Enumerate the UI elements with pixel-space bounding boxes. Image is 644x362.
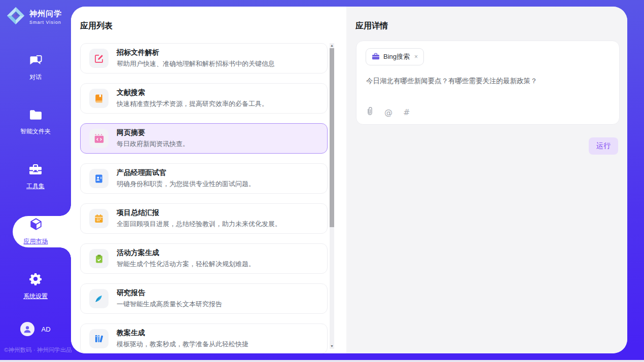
brand-name: 神州问学 bbox=[29, 9, 62, 19]
app-list: 招标文件解析帮助用户快速、准确地理解和解析招标书中的关键信息文献搜索快速精准查找… bbox=[80, 43, 328, 353]
app-card-description: 帮助用户快速、准确地理解和解析招标书中的关键信息 bbox=[117, 59, 275, 68]
app-card-6[interactable]: 研究报告一键智能生成高质量长文本研究报告 bbox=[80, 283, 328, 314]
sidebar-item-label: 智能文件夹 bbox=[20, 127, 51, 136]
close-icon[interactable]: × bbox=[414, 53, 418, 60]
brand-subtitle: Smart Vision bbox=[29, 20, 62, 25]
copyright-text: ©神州数码 · 神州问学出品 bbox=[0, 346, 71, 354]
app-card-description: 快速精准查找学术资源，提高研究效率的必备工具。 bbox=[117, 99, 268, 108]
app-card-name: 教案生成 bbox=[117, 329, 248, 338]
interviewer-icon bbox=[89, 169, 109, 188]
app-card-description: 每日政府新闻资讯快查。 bbox=[117, 139, 189, 149]
run-button[interactable]: 运行 bbox=[589, 137, 618, 155]
app-card-description: 一键智能生成高质量长文本研究报告 bbox=[117, 300, 222, 309]
books-icon bbox=[89, 329, 109, 348]
toolbox-icon bbox=[28, 163, 43, 177]
calendar-icon bbox=[89, 209, 109, 228]
app-list-title: 应用列表 bbox=[80, 21, 113, 31]
app-card-7[interactable]: 教案生成模板驱动，教案秒成，教学准备从此轻松快捷 bbox=[80, 323, 328, 353]
sidebar-nav: 对话智能文件夹工具集应用市场系统设置 bbox=[0, 52, 71, 325]
sidebar-item-2-toolbox[interactable]: 工具集 bbox=[0, 161, 71, 193]
chat-icon bbox=[29, 54, 43, 68]
sidebar-item-label: 应用市场 bbox=[24, 237, 48, 246]
at-icon[interactable]: @ bbox=[384, 107, 392, 117]
sidebar-item-1-folder[interactable]: 智能文件夹 bbox=[0, 106, 71, 138]
user-initials: AD bbox=[41, 325, 50, 333]
user-icon bbox=[23, 324, 32, 334]
user-row[interactable]: AD bbox=[0, 322, 71, 336]
app-card-name: 活动方案生成 bbox=[117, 248, 255, 258]
clipboard-check-icon bbox=[89, 249, 109, 268]
briefcase-icon bbox=[372, 53, 380, 61]
tool-tag-bing-search[interactable]: Bing搜索 × bbox=[366, 48, 424, 65]
scrollbar-thumb[interactable] bbox=[330, 48, 334, 227]
composer-toolbar: @ # bbox=[366, 106, 410, 118]
paperclip-icon[interactable] bbox=[366, 106, 374, 118]
app-card-description: 明确身份和职责，为您提供专业性的面试问题。 bbox=[117, 179, 255, 189]
app-card-name: 产品经理面试官 bbox=[117, 168, 255, 177]
app-card-name: 文献搜索 bbox=[117, 88, 268, 97]
run-row: 运行 bbox=[589, 137, 618, 155]
book-icon bbox=[89, 89, 109, 108]
sidebar-item-4-gear[interactable]: 系统设置 bbox=[0, 271, 71, 302]
app-card-name: 招标文件解析 bbox=[117, 48, 275, 57]
sidebar-bottom: AD ©神州数码 · 神州问学出品 bbox=[0, 322, 71, 360]
app-detail-panel: 应用详情 Bing搜索 × 今日湖北有哪些新闻要点？有哪些需要关注的最新政策？ bbox=[346, 7, 627, 353]
app-card-0[interactable]: 招标文件解析帮助用户快速、准确地理解和解析招标书中的关键信息 bbox=[80, 43, 328, 74]
sidebar-item-3-cube[interactable]: 应用市场 bbox=[13, 216, 71, 247]
app-card-4[interactable]: 项目总结汇报全面回顾项目进展，总结经验教训，助力未来优化发展。 bbox=[80, 203, 328, 234]
hash-icon[interactable]: # bbox=[403, 107, 410, 117]
content-frame: 应用列表 招标文件解析帮助用户快速、准确地理解和解析招标书中的关键信息文献搜索快… bbox=[71, 7, 627, 353]
app-card-name: 研究报告 bbox=[117, 288, 222, 298]
app-card-name: 项目总结汇报 bbox=[117, 208, 281, 218]
tool-tag-label: Bing搜索 bbox=[383, 52, 410, 61]
avatar[interactable] bbox=[20, 322, 34, 336]
app-detail-title: 应用详情 bbox=[355, 21, 388, 31]
app-list-panel: 应用列表 招标文件解析帮助用户快速、准确地理解和解析招标书中的关键信息文献搜索快… bbox=[71, 7, 346, 353]
pen-icon bbox=[89, 289, 109, 308]
app-card-name: 网页摘要 bbox=[117, 128, 189, 137]
edit-icon bbox=[89, 49, 109, 68]
question-text[interactable]: 今日湖北有哪些新闻要点？有哪些需要关注的最新政策？ bbox=[366, 77, 611, 86]
browser-icon bbox=[89, 129, 109, 148]
brand-diamond-icon bbox=[6, 6, 25, 27]
scroll-up-icon[interactable]: ▲ bbox=[330, 43, 334, 48]
app-card-description: 智能生成个性化活动方案，轻松解决规划难题。 bbox=[117, 260, 255, 269]
brand-logo: 神州问学 Smart Vision bbox=[6, 6, 68, 27]
app-card-3[interactable]: 产品经理面试官明确身份和职责，为您提供专业性的面试问题。 bbox=[80, 163, 328, 194]
sidebar-item-label: 系统设置 bbox=[23, 292, 48, 301]
app-card-description: 全面回顾项目进展，总结经验教训，助力未来优化发展。 bbox=[117, 220, 281, 229]
sidebar-item-label: 对话 bbox=[29, 73, 42, 82]
app-card-description: 模板驱动，教案秒成，教学准备从此轻松快捷 bbox=[117, 340, 248, 349]
cube-icon bbox=[29, 218, 43, 233]
app-card-1[interactable]: 文献搜索快速精准查找学术资源，提高研究效率的必备工具。 bbox=[80, 83, 328, 114]
app-card-2[interactable]: 网页摘要每日政府新闻资讯快查。 bbox=[80, 123, 328, 154]
bottom-strip bbox=[0, 360, 644, 362]
prompt-card: Bing搜索 × 今日湖北有哪些新闻要点？有哪些需要关注的最新政策？ @ # bbox=[356, 41, 620, 125]
folder-icon bbox=[29, 109, 43, 123]
sidebar-item-label: 工具集 bbox=[26, 182, 45, 191]
scrollbar[interactable]: ▲ ▼ bbox=[330, 43, 334, 349]
app-card-5[interactable]: 活动方案生成智能生成个性化活动方案，轻松解决规划难题。 bbox=[80, 243, 328, 274]
scroll-down-icon[interactable]: ▼ bbox=[330, 344, 334, 349]
gear-icon bbox=[29, 272, 42, 287]
sidebar: 神州问学 Smart Vision 对话智能文件夹工具集应用市场系统设置 AD … bbox=[0, 0, 71, 360]
sidebar-item-0-chat[interactable]: 对话 bbox=[0, 52, 71, 83]
